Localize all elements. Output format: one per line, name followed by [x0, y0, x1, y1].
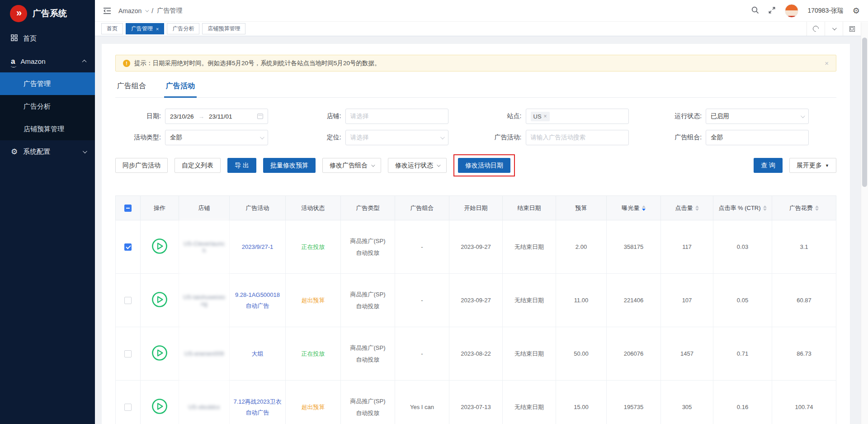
tab-campaign[interactable]: 广告活动 [166, 81, 195, 97]
cell-start-date: 2023-09-27 [449, 220, 503, 274]
cell-budget: 15.00 [556, 381, 607, 424]
play-icon[interactable] [151, 302, 168, 309]
run-status-select[interactable]: 已启用 [706, 109, 809, 124]
select-all-checkbox[interactable] [124, 205, 132, 212]
campaign-search-placeholder: 请输入广告活动搜索 [531, 133, 586, 142]
tip-alert: ! 提示：日期采用绝对时间。例如选择5月20号，系统则统计各站点当地时间5月20… [115, 55, 836, 71]
campaign-type-select[interactable]: 全部 [165, 130, 268, 145]
store-placeholder: 请选择 [350, 112, 369, 120]
custom-list-button[interactable]: 自定义列表 [175, 158, 221, 173]
edit-campaign-date-button[interactable]: 修改活动日期 [458, 158, 510, 173]
sidebar-item-home[interactable]: 首页 [0, 27, 95, 50]
refresh-icon[interactable] [807, 22, 825, 36]
tab-ad-management[interactable]: 广告管理 × [126, 23, 164, 34]
sidebar: » 广告系统 首页 a Amazon 广告管理 广告分析 店铺预算管理 ⚙ 系统… [0, 0, 95, 424]
sidebar-item-store-budget[interactable]: 店铺预算管理 [0, 118, 95, 140]
topbar: Amazon / 广告管理 170983-张瑞 ⚙ [95, 0, 868, 22]
cell-end-date: 无结束日期 [503, 274, 556, 327]
filter-portfolio: 广告组合: 全部 [656, 130, 836, 145]
campaign-link[interactable]: 9.28-1AG500018自动广告 [230, 290, 285, 311]
tab-store-budget[interactable]: 店铺预算管理 [202, 23, 245, 34]
user-avatar[interactable] [785, 4, 798, 18]
amazon-icon: a [11, 57, 15, 65]
store-select[interactable]: 请选择 [345, 109, 448, 124]
alert-close-icon[interactable]: × [825, 59, 829, 67]
breadcrumb-root[interactable]: Amazon [118, 7, 142, 14]
tab-close-icon[interactable]: × [156, 26, 159, 32]
filter-campaign-search: 广告活动: 请输入广告活动搜索 [476, 130, 656, 145]
sort-clicks[interactable] [695, 205, 699, 211]
sidebar-item-ad-analysis[interactable]: 广告分析 [0, 95, 95, 118]
tab-home[interactable]: 首页 [101, 23, 123, 34]
col-start: 开始日期 [449, 196, 503, 220]
home-grid-icon [11, 34, 18, 43]
tab-ad-analysis[interactable]: 广告分析 [167, 23, 199, 34]
portfolio-label: 广告组合: [656, 133, 706, 142]
edit-run-status-dropdown-button[interactable]: 修改运行状态 [388, 158, 447, 173]
date-end-value[interactable]: 23/11/01 [209, 113, 232, 120]
table-row: US-enenen009 大组 正在投放 商品推广(SP)自动投放 - 2023… [116, 327, 836, 381]
campaign-link[interactable]: 7.12再战2023卫衣自动广告 [230, 396, 285, 418]
chevron-down-icon [260, 136, 263, 139]
sidebar-item-system-config[interactable]: ⚙ 系统配置 [0, 140, 95, 163]
campaign-search-input[interactable]: 请输入广告活动搜索 [526, 130, 629, 145]
query-button[interactable]: 查 询 [754, 158, 783, 173]
expand-more-button[interactable]: 展开更多▼ [789, 158, 836, 173]
filter-site: 站点: US × [476, 109, 656, 124]
sidebar-item-amazon[interactable]: a Amazon [0, 50, 95, 72]
run-status-value: 已启用 [711, 112, 729, 120]
maximize-icon[interactable] [843, 22, 861, 36]
fullscreen-icon[interactable] [768, 6, 776, 15]
settings-gear-icon[interactable]: ⚙ [853, 7, 860, 15]
tab-portfolio[interactable]: 广告组合 [117, 81, 146, 97]
sort-impressions[interactable] [642, 205, 646, 211]
site-label: 站点: [476, 112, 526, 120]
cell-clicks: 107 [661, 274, 713, 327]
row-checkbox[interactable] [124, 404, 132, 411]
row-checkbox[interactable] [124, 297, 132, 304]
play-icon[interactable] [151, 409, 168, 416]
app-root: » 广告系统 首页 a Amazon 广告管理 广告分析 店铺预算管理 ⚙ 系统… [0, 0, 868, 424]
export-button[interactable]: 导 出 [227, 158, 256, 173]
tag-close-icon[interactable]: × [544, 113, 547, 119]
cell-type: 商品推广(SP)自动投放 [341, 220, 395, 274]
filter-campaign-type: 活动类型: 全部 [115, 130, 296, 145]
tab-tools [807, 22, 861, 36]
cell-start-date: 2023-07-13 [449, 381, 503, 424]
play-icon[interactable] [151, 249, 168, 256]
calendar-icon [257, 114, 263, 119]
date-range-input[interactable]: 23/10/26 → 23/11/01 [165, 109, 268, 124]
row-checkbox[interactable] [124, 243, 132, 251]
cell-spend: 100.74 [772, 381, 836, 424]
search-icon[interactable] [751, 6, 759, 15]
sort-spend[interactable] [815, 205, 819, 211]
content-tabs: 广告组合 广告活动 [115, 81, 836, 98]
sidebar-item-ad-management[interactable]: 广告管理 [0, 72, 95, 95]
portfolio-select[interactable]: 全部 [706, 130, 809, 145]
cell-start-date: 2023-08-22 [449, 327, 503, 381]
play-icon[interactable] [151, 356, 168, 362]
tab-list-chevron-icon[interactable] [825, 22, 843, 36]
app-logo-icon: » [10, 5, 27, 22]
cell-end-date: 无结束日期 [503, 327, 556, 381]
col-portfolio: 广告组合 [395, 196, 449, 220]
batch-edit-budget-button[interactable]: 批量修改预算 [263, 158, 316, 173]
site-select[interactable]: US × [526, 109, 629, 124]
campaign-link[interactable]: 大组 [249, 348, 266, 359]
scrollbar-thumb[interactable] [862, 38, 867, 187]
campaign-link[interactable]: 2023/9/27-1 [239, 242, 276, 252]
cell-spend: 3.1 [772, 220, 836, 274]
cell-type: 商品推广(SP)自动投放 [341, 381, 395, 424]
status-badge: 超出预算 [302, 404, 325, 410]
sync-campaigns-button[interactable]: 同步广告活动 [115, 158, 168, 173]
chevron-down-icon[interactable] [146, 8, 149, 12]
row-checkbox[interactable] [124, 350, 132, 357]
targeting-select[interactable]: 请选择 [345, 130, 448, 145]
cell-type: 商品推广(SP)自动投放 [341, 274, 395, 327]
sort-ctr[interactable] [763, 205, 767, 211]
filter-store: 店铺: 请选择 [296, 109, 476, 124]
cell-budget: 2.00 [556, 220, 607, 274]
edit-portfolio-dropdown-button[interactable]: 修改广告组合 [322, 158, 381, 173]
date-start-value[interactable]: 23/10/26 [170, 113, 194, 120]
sidebar-fold-icon[interactable] [103, 7, 111, 14]
